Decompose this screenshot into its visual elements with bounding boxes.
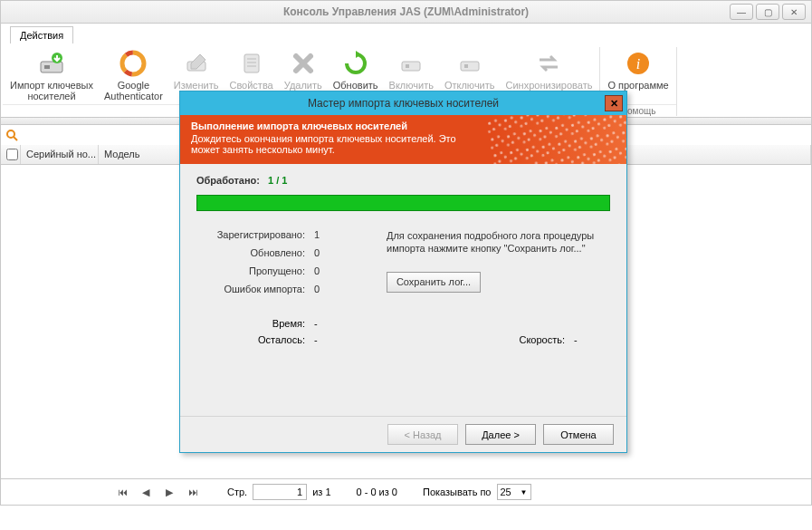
page-of: из 1 (312, 487, 330, 497)
tool-label: Включить (389, 80, 434, 91)
paging-footer: ⏮ ◀ ▶ ⏭ Стр. из 1 0 - 0 из 0 Показывать … (0, 478, 812, 506)
tool-label: Синхронизировать (506, 80, 593, 91)
properties-icon (237, 49, 266, 78)
stat-updated: Обновлено: 0 (196, 247, 359, 258)
tool-edit: Изменить (168, 47, 224, 92)
page-last-button[interactable]: ⏭ (184, 484, 202, 500)
edit-icon (182, 49, 211, 78)
ribbon-tab-row: Действия (0, 24, 812, 43)
tool-disable: Отключить (439, 47, 501, 92)
cancel-button[interactable]: Отмена (543, 424, 614, 445)
speed-label: Скорость: (519, 334, 574, 345)
info-icon: i (624, 49, 653, 78)
ribbon-tab-actions[interactable]: Действия (10, 26, 73, 43)
dialog-banner-desc: Дождитесь окончания импорта ключевых нос… (191, 133, 481, 155)
tool-label: Обновить (333, 80, 378, 91)
processed-row: Обработано: 1 / 1 (196, 175, 610, 186)
svg-line-17 (14, 137, 17, 140)
next-label: Далее > (482, 429, 520, 440)
time-elapsed: Время: - (196, 318, 359, 329)
dialog-title: Мастер импорта ключевых носителей (308, 97, 499, 110)
tool-google-auth[interactable]: Google Authenticator (99, 47, 168, 103)
tool-delete: Удалить (279, 47, 328, 92)
tool-import-keys[interactable]: Импорт ключевых носителей (5, 47, 99, 103)
stat-value: 0 (314, 265, 341, 276)
window-title: Консоль Управления JAS (ZUM\Administrato… (283, 5, 529, 18)
minimize-button[interactable]: — (730, 4, 753, 20)
tool-label: Импорт ключевых носителей (10, 80, 93, 101)
tool-about[interactable]: i О программе (602, 47, 673, 92)
page-next-button[interactable]: ▶ (160, 484, 178, 500)
select-all-checkbox[interactable] (6, 149, 18, 160)
tool-label: Свойства (229, 80, 272, 91)
page-size-value: 25 (501, 487, 511, 497)
save-log-label: Сохранить лог... (396, 276, 471, 287)
time-row: Время: - Осталось: - Скорость: - (196, 318, 610, 345)
stats-left: Зарегистрировано: 1 Обновлено: 0 Пропуще… (196, 229, 359, 302)
delete-icon (289, 49, 318, 78)
time-value: - (314, 318, 350, 329)
svg-point-3 (122, 53, 144, 74)
chevron-down-icon: ▼ (521, 488, 528, 496)
page-showby: Показывать по (423, 487, 492, 497)
import-wizard-dialog: Мастер импорта ключевых носителей ✕ Выпо… (179, 91, 627, 453)
dialog-titlebar: Мастер импорта ключевых носителей ✕ (180, 92, 626, 115)
stats-area: Зарегистрировано: 1 Обновлено: 0 Пропуще… (196, 229, 610, 302)
tool-refresh[interactable]: Обновить (328, 47, 384, 92)
page-input[interactable] (253, 484, 307, 500)
back-button: < Назад (387, 424, 458, 445)
tool-sync: Синхронизировать (501, 47, 598, 92)
google-auth-icon (119, 49, 148, 78)
stat-skipped: Пропущено: 0 (196, 265, 359, 276)
progress-bar (196, 195, 610, 211)
col-serial[interactable]: Серийный но... (21, 145, 99, 164)
dialog-body: Обработано: 1 / 1 Зарегистрировано: 1 Об… (180, 164, 626, 416)
svg-rect-12 (461, 62, 479, 71)
dialog-close-button[interactable]: ✕ (605, 95, 623, 111)
svg-rect-13 (464, 64, 468, 68)
stat-value: 1 (314, 229, 341, 240)
stat-label: Зарегистрировано: (196, 229, 314, 240)
window-controls: — ▢ ✕ (730, 4, 806, 20)
page-first-button[interactable]: ⏮ (113, 484, 131, 500)
svg-rect-6 (244, 54, 259, 72)
dialog-banner-title: Выполнение импорта ключевых носителей (191, 120, 616, 131)
stat-value: 0 (314, 247, 341, 258)
tool-label: Google Authenticator (104, 80, 163, 101)
page-prev-button[interactable]: ◀ (137, 484, 155, 500)
maximize-button[interactable]: ▢ (756, 4, 779, 20)
dialog-footer: < Назад Далее > Отмена (180, 416, 626, 452)
search-icon (5, 128, 19, 142)
disable-icon (455, 49, 484, 78)
save-log-button[interactable]: Сохранить лог... (387, 272, 481, 293)
svg-text:i: i (636, 56, 640, 72)
svg-point-16 (7, 130, 14, 138)
col-checkbox[interactable] (1, 145, 21, 164)
svg-rect-11 (406, 64, 409, 68)
page-size-select[interactable]: 25 ▼ (497, 484, 531, 500)
enable-icon (396, 49, 425, 78)
stat-label: Ошибок импорта: (196, 284, 314, 294)
dialog-banner: Выполнение импорта ключевых носителей До… (180, 115, 626, 164)
stat-value: 0 (314, 284, 341, 294)
stat-errors: Ошибок импорта: 0 (196, 284, 359, 294)
cancel-label: Отмена (560, 429, 596, 440)
save-log-hint: Для сохранения подробного лога процедуры… (387, 229, 610, 255)
tool-label: Изменить (174, 80, 219, 91)
close-button[interactable]: ✕ (782, 4, 806, 20)
time-label: Время: (196, 318, 314, 329)
sync-icon (534, 49, 563, 78)
window-titlebar: Консоль Управления JAS (ZUM\Administrato… (0, 0, 812, 24)
page-label: Стр. (227, 487, 247, 497)
back-label: < Назад (405, 429, 442, 440)
stats-right: Для сохранения подробного лога процедуры… (359, 229, 610, 302)
processed-label: Обработано: (196, 175, 260, 186)
refresh-icon (341, 49, 370, 78)
stat-label: Пропущено: (196, 265, 314, 276)
next-button[interactable]: Далее > (465, 424, 536, 445)
stat-registered: Зарегистрировано: 1 (196, 229, 359, 240)
svg-rect-10 (402, 62, 420, 71)
stat-label: Обновлено: (196, 247, 314, 258)
remaining-label: Осталось: (196, 334, 314, 345)
tool-label: Удалить (284, 80, 322, 91)
